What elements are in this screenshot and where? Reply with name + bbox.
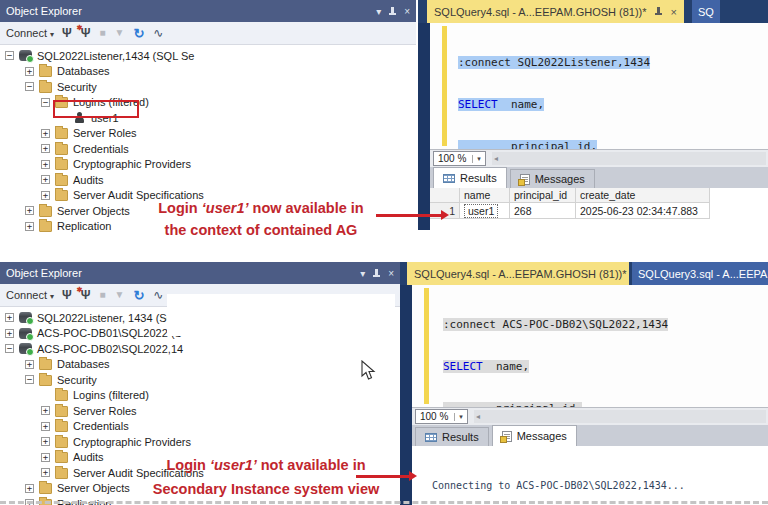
tree-item-logins[interactable]: Logins (filtered)	[0, 388, 400, 404]
annotation-arrowhead-bottom	[409, 471, 417, 481]
tree-item-server-roles[interactable]: +Server Roles	[0, 126, 416, 142]
connect-chevron-icon[interactable]: ▾	[50, 30, 54, 39]
annotation-arrowhead-top	[441, 210, 449, 220]
scroll-left-icon[interactable]: ◂	[476, 412, 480, 421]
tree-item-credentials[interactable]: +Credentials	[0, 141, 416, 157]
message-line: Connecting to ACS-POC-DB02\SQL2022,1434.…	[432, 479, 768, 493]
expand-toggle[interactable]: −	[25, 375, 34, 384]
expand-toggle[interactable]: +	[41, 129, 50, 138]
expand-toggle[interactable]: −	[41, 98, 50, 107]
document-tab-bar: SQLQuery4.sql - A...EEPAM.GHOSH (81))* ×…	[418, 0, 768, 23]
close-icon[interactable]: ×	[388, 268, 394, 279]
editor-left-strip	[418, 23, 430, 230]
folder-icon	[39, 206, 52, 217]
disconnect-server-icon[interactable]: Ψ	[81, 27, 91, 39]
annotation-arrow-top	[376, 214, 442, 217]
expand-toggle[interactable]: +	[41, 191, 50, 200]
tree-item-security[interactable]: −Security	[0, 372, 400, 388]
stop-icon: ■	[99, 290, 105, 300]
expand-toggle[interactable]: +	[25, 67, 34, 76]
tree-item-audits[interactable]: +Audits	[0, 172, 416, 188]
tab-sqlquery3[interactable]: SQLQuery3.sql - A...EEPAM.GH	[632, 262, 768, 285]
server-icon	[19, 343, 32, 354]
sql-editor[interactable]: :connect ACS-POC-DB02\SQL2022,1434 SELEC…	[412, 285, 768, 407]
messages-icon	[520, 174, 530, 185]
expand-toggle[interactable]: +	[5, 313, 14, 322]
column-header-name[interactable]: name	[460, 188, 510, 203]
tree-item-cryptographic-providers[interactable]: +Cryptographic Providers	[0, 157, 416, 173]
server-icon	[19, 312, 32, 323]
tab-messages[interactable]: Messages	[492, 425, 577, 446]
selection-dash-border	[0, 501, 768, 504]
tree-item-databases[interactable]: +Databases	[0, 357, 400, 373]
expand-toggle[interactable]: +	[41, 175, 50, 184]
horizontal-scrollbar[interactable]: ◂	[474, 410, 766, 423]
messages-pane[interactable]: Connecting to ACS-POC-DB02\SQL2022,1434.…	[412, 446, 768, 505]
expand-toggle[interactable]: +	[25, 360, 34, 369]
zoom-chevron-icon: ▾	[472, 155, 481, 163]
expand-toggle[interactable]: −	[25, 82, 34, 91]
connect-server-icon[interactable]: Ψ	[62, 27, 72, 39]
zoom-select[interactable]: 100 % ▾	[415, 409, 468, 424]
tree-item-credentials[interactable]: +Credentials	[0, 419, 400, 435]
tab-preview[interactable]: SQ	[692, 0, 720, 23]
pin-icon[interactable]	[654, 6, 663, 17]
expand-toggle[interactable]: −	[5, 51, 14, 60]
scroll-left-icon[interactable]: ◂	[494, 154, 498, 163]
tab-messages[interactable]: Messages	[510, 169, 595, 188]
table-row[interactable]: 1 user1 268 2025-06-23 02:34:47.883	[430, 203, 768, 219]
results-grid-icon	[425, 433, 437, 442]
stop-icon: ■	[99, 28, 105, 38]
pin-icon[interactable]	[388, 6, 397, 17]
close-icon[interactable]: ×	[671, 6, 677, 18]
expand-toggle[interactable]: +	[41, 160, 50, 169]
tree-item-db02[interactable]: −ACS-POC-DB02\SQL2022,14	[0, 341, 400, 357]
expand-toggle[interactable]: +	[25, 206, 34, 215]
ssms-screenshot: Object Explorer ▾ × Connect ▾ Ψ Ψ ■ ▼ ↻ …	[0, 0, 768, 505]
expand-toggle[interactable]: +	[41, 144, 50, 153]
expand-toggle[interactable]: +	[41, 437, 50, 446]
folder-icon	[39, 483, 52, 494]
expand-toggle[interactable]: +	[5, 329, 14, 338]
tab-sqlquery4[interactable]: SQLQuery4.sql - A...EEPAM.GHOSH (81))* ×	[407, 262, 629, 285]
tree-item-security[interactable]: −Security	[0, 79, 416, 95]
window-menu-icon[interactable]: ▾	[360, 268, 365, 279]
expand-toggle[interactable]: +	[41, 468, 50, 477]
expand-toggle[interactable]: +	[41, 406, 50, 415]
expand-toggle[interactable]: +	[25, 222, 34, 231]
close-icon[interactable]: ×	[404, 6, 410, 17]
pin-icon[interactable]	[372, 268, 381, 279]
zoom-select[interactable]: 100 % ▾	[433, 151, 486, 166]
cell-principal-id[interactable]: 268	[510, 203, 576, 219]
expand-toggle[interactable]: −	[5, 344, 14, 353]
horizontal-scrollbar[interactable]: ◂	[492, 152, 766, 165]
connect-chevron-icon[interactable]: ▾	[50, 292, 54, 301]
connect-server-icon[interactable]: Ψ	[62, 289, 72, 301]
refresh-icon[interactable]: ↻	[133, 289, 144, 302]
expand-toggle[interactable]: +	[25, 484, 34, 493]
folder-icon	[55, 452, 68, 463]
column-header-principal-id[interactable]: principal_id	[510, 188, 576, 203]
tree-item-server-roles[interactable]: +Server Roles	[0, 403, 400, 419]
tree-item-server[interactable]: −SQL2022Listener,1434 (SQL Se	[0, 48, 416, 64]
activity-monitor-icon[interactable]: ∿	[153, 289, 163, 301]
query-window-top: SQLQuery4.sql - A...EEPAM.GHOSH (81))* ×…	[418, 0, 768, 230]
expand-toggle[interactable]: +	[41, 453, 50, 462]
column-header-create-date[interactable]: create_date	[576, 188, 710, 203]
tree-item-databases[interactable]: +Databases	[0, 64, 416, 80]
tab-sqlquery4[interactable]: SQLQuery4.sql - A...EEPAM.GHOSH (81))* ×	[427, 0, 684, 23]
disconnect-server-icon[interactable]: Ψ	[81, 289, 91, 301]
folder-icon	[55, 175, 68, 186]
connect-button[interactable]: Connect	[6, 289, 47, 301]
connect-button[interactable]: Connect	[6, 27, 47, 39]
expand-toggle[interactable]: +	[41, 422, 50, 431]
tab-results[interactable]: Results	[433, 167, 507, 188]
refresh-icon[interactable]: ↻	[133, 27, 144, 40]
cell-name[interactable]: user1	[464, 204, 498, 218]
window-menu-icon[interactable]: ▾	[376, 6, 381, 17]
tab-results[interactable]: Results	[415, 427, 489, 446]
tree-item-cryptographic-providers[interactable]: +Cryptographic Providers	[0, 434, 400, 450]
sql-editor[interactable]: :connect SQL2022Listener,1434 SELECT nam…	[430, 23, 768, 149]
cell-create-date[interactable]: 2025-06-23 02:34:47.883	[576, 203, 710, 219]
activity-monitor-icon[interactable]: ∿	[153, 27, 163, 39]
